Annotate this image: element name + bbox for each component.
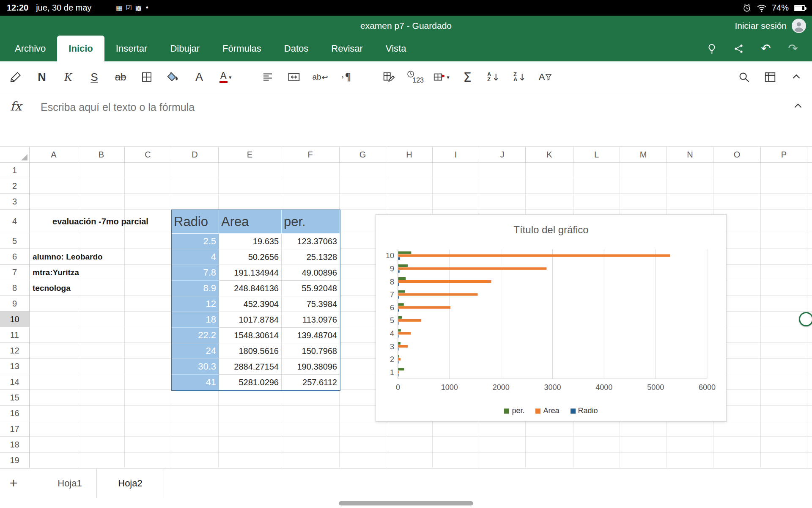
- cell-B18[interactable]: [78, 437, 125, 453]
- column-header-G[interactable]: G: [340, 147, 386, 163]
- cell-Q8[interactable]: [807, 280, 812, 296]
- cell-I1[interactable]: [433, 163, 479, 178]
- cell-F15[interactable]: [281, 390, 340, 406]
- cell-Q5[interactable]: [807, 233, 812, 249]
- table-cell-row13-col0[interactable]: 30.3: [172, 359, 219, 375]
- column-header-F[interactable]: F: [281, 147, 340, 163]
- cell-D1[interactable]: [171, 163, 219, 178]
- font-color-dropdown-icon[interactable]: A▾: [216, 66, 235, 88]
- row-header-17[interactable]: 17: [0, 421, 30, 437]
- row-header-16[interactable]: 16: [0, 406, 30, 421]
- cell-K19[interactable]: [526, 453, 573, 468]
- cell-A7-text[interactable]: mtra:Yuritza: [33, 265, 79, 280]
- cell-H3[interactable]: [386, 194, 433, 210]
- cell-Q7[interactable]: [807, 265, 812, 280]
- column-header-B[interactable]: B: [78, 147, 125, 163]
- tab-datos[interactable]: Datos: [273, 36, 320, 61]
- cell-C14[interactable]: [125, 374, 171, 390]
- cell-Q16[interactable]: [807, 406, 812, 421]
- cell-H19[interactable]: [386, 453, 433, 468]
- paragraph-direction-icon[interactable]: ›¶: [337, 66, 356, 88]
- cell-F18[interactable]: [281, 437, 340, 453]
- cell-B1[interactable]: [78, 163, 125, 178]
- cell-C1[interactable]: [125, 163, 171, 178]
- column-header-C[interactable]: C: [125, 147, 171, 163]
- cell-F1[interactable]: [281, 163, 340, 178]
- table-cell-row8-col1[interactable]: 248.846136: [219, 281, 282, 296]
- cell-N3[interactable]: [667, 194, 713, 210]
- cell-L19[interactable]: [573, 453, 620, 468]
- cell-L1[interactable]: [573, 163, 620, 178]
- cell-A17[interactable]: [30, 421, 78, 437]
- row-header-7[interactable]: 7: [0, 265, 30, 280]
- cell-B4-text[interactable]: evaluación -7mo parcial: [30, 210, 171, 233]
- cell-B3[interactable]: [78, 194, 125, 210]
- fill-color-icon[interactable]: [163, 66, 183, 88]
- cell-A8-text[interactable]: tecnologa: [33, 280, 71, 296]
- cell-P4[interactable]: [761, 210, 807, 233]
- insert-delete-cells-icon[interactable]: ▾: [431, 66, 451, 88]
- row-header-15[interactable]: 15: [0, 390, 30, 406]
- selection-handle[interactable]: [799, 312, 812, 326]
- column-header-N[interactable]: N: [667, 147, 713, 163]
- table-header-per.[interactable]: per.: [282, 210, 340, 234]
- select-all-corner[interactable]: [0, 147, 30, 163]
- sheet-view-icon[interactable]: [760, 66, 780, 88]
- redo-icon[interactable]: ↷: [786, 40, 800, 57]
- cell-K17[interactable]: [526, 421, 573, 437]
- cell-G3[interactable]: [340, 194, 386, 210]
- row-header-19[interactable]: 19: [0, 453, 30, 468]
- cell-B5[interactable]: [78, 233, 125, 249]
- strikethrough-button[interactable]: ab: [111, 66, 130, 88]
- cell-A14[interactable]: [30, 374, 78, 390]
- cell-P15[interactable]: [761, 390, 807, 406]
- cell-J19[interactable]: [479, 453, 526, 468]
- cell-C2[interactable]: [125, 178, 171, 194]
- cell-D16[interactable]: [171, 406, 219, 421]
- cell-A6-text[interactable]: alumno: Leobardo: [33, 249, 103, 265]
- sort-ascending-icon[interactable]: AZ↓: [484, 66, 503, 88]
- cell-A15[interactable]: [30, 390, 78, 406]
- cell-C15[interactable]: [125, 390, 171, 406]
- cell-A9[interactable]: [30, 296, 78, 312]
- cell-D2[interactable]: [171, 178, 219, 194]
- table-cell-row6-col2[interactable]: 25.1328: [282, 249, 340, 265]
- cell-J18[interactable]: [479, 437, 526, 453]
- cell-M17[interactable]: [620, 421, 667, 437]
- sheet-tab-hoja1[interactable]: Hoja1: [43, 469, 96, 498]
- cell-B19[interactable]: [78, 453, 125, 468]
- cell-A16[interactable]: [30, 406, 78, 421]
- wrap-text-icon[interactable]: ab↩: [310, 66, 330, 88]
- cell-Q6[interactable]: [807, 249, 812, 265]
- row-header-13[interactable]: 13: [0, 359, 30, 374]
- cell-P9[interactable]: [761, 296, 807, 312]
- cell-C8[interactable]: [125, 280, 171, 296]
- cell-P16[interactable]: [761, 406, 807, 421]
- table-cell-row12-col0[interactable]: 24: [172, 343, 219, 359]
- cell-D17[interactable]: [171, 421, 219, 437]
- cell-A19[interactable]: [30, 453, 78, 468]
- cell-K18[interactable]: [526, 437, 573, 453]
- cell-Q15[interactable]: [807, 390, 812, 406]
- cell-E17[interactable]: [219, 421, 281, 437]
- table-cell-row8-col2[interactable]: 55.92048: [282, 281, 340, 296]
- cell-B13[interactable]: [78, 359, 125, 374]
- cell-A18[interactable]: [30, 437, 78, 453]
- cell-P1[interactable]: [761, 163, 807, 178]
- underline-button[interactable]: S: [85, 66, 104, 88]
- borders-icon[interactable]: [137, 66, 156, 88]
- table-cell-row7-col2[interactable]: 49.00896: [282, 265, 340, 281]
- table-cell-row5-col1[interactable]: 19.635: [219, 234, 282, 249]
- row-header-3[interactable]: 3: [0, 194, 30, 210]
- cell-C19[interactable]: [125, 453, 171, 468]
- cell-L2[interactable]: [573, 178, 620, 194]
- row-header-9[interactable]: 9: [0, 296, 30, 312]
- cell-D15[interactable]: [171, 390, 219, 406]
- cell-P3[interactable]: [761, 194, 807, 210]
- row-header-18[interactable]: 18: [0, 437, 30, 453]
- cell-C9[interactable]: [125, 296, 171, 312]
- cell-J1[interactable]: [479, 163, 526, 178]
- table-cell-row10-col0[interactable]: 18: [172, 312, 219, 328]
- cell-M3[interactable]: [620, 194, 667, 210]
- cell-M18[interactable]: [620, 437, 667, 453]
